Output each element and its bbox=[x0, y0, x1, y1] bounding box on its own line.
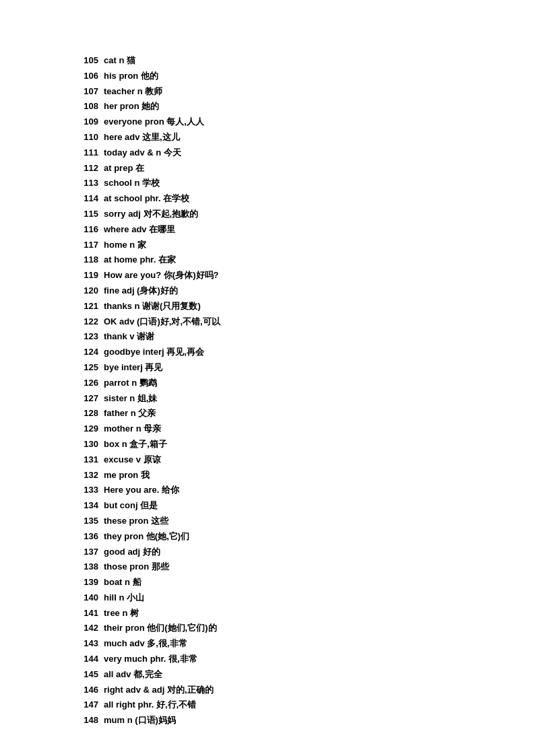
entry-number: 139 bbox=[74, 576, 98, 590]
entry-text: teacher n 教师 bbox=[104, 85, 162, 99]
list-item: 117home n 家 bbox=[74, 238, 535, 252]
entry-text: Here you are. 给你 bbox=[104, 483, 179, 497]
entry-text: sister n 姐,妹 bbox=[104, 392, 157, 406]
list-item: 129mother n 母亲 bbox=[74, 422, 535, 436]
list-item: 126parrot n 鹦鹉 bbox=[74, 376, 535, 390]
entry-number: 141 bbox=[74, 607, 98, 621]
list-item: 139boat n 船 bbox=[74, 576, 535, 590]
list-item: 111today adv & n 今天 bbox=[74, 146, 535, 160]
entry-number: 130 bbox=[74, 438, 98, 452]
list-item: 142their pron 他们(她们,它们)的 bbox=[74, 621, 535, 635]
entry-text: at school phr. 在学校 bbox=[104, 192, 189, 206]
entry-text: her pron 她的 bbox=[104, 100, 159, 114]
entry-number: 146 bbox=[74, 683, 98, 697]
entry-text: at prep 在 bbox=[104, 162, 144, 176]
list-item: 136they pron 他(她,它)们 bbox=[74, 530, 535, 544]
list-item: 131excuse v 原谅 bbox=[74, 453, 535, 467]
entry-text: goodbye interj 再见,再会 bbox=[104, 345, 204, 359]
entry-text: here adv 这里,这儿 bbox=[104, 131, 180, 145]
list-item: 127sister n 姐,妹 bbox=[74, 392, 535, 406]
list-item: 143much adv 多,很,非常 bbox=[74, 637, 535, 651]
entry-number: 128 bbox=[74, 407, 98, 421]
entry-text: OK adv (口语)好,对,不错,可以 bbox=[104, 315, 220, 329]
entry-number: 113 bbox=[74, 176, 98, 191]
entry-number: 124 bbox=[74, 345, 98, 359]
list-item: 108her pron 她的 bbox=[74, 100, 535, 114]
entry-number: 136 bbox=[74, 530, 98, 544]
list-item: 125bye interj 再见 bbox=[74, 361, 535, 375]
entry-text: very much phr. 很,非常 bbox=[104, 652, 197, 666]
entry-number: 114 bbox=[74, 192, 98, 206]
entry-text: thank v 谢谢 bbox=[104, 330, 154, 344]
entry-number: 131 bbox=[74, 453, 98, 467]
list-item: 106his pron 他的 bbox=[74, 69, 535, 83]
list-item: 122OK adv (口语)好,对,不错,可以 bbox=[74, 315, 535, 329]
entry-number: 107 bbox=[74, 85, 98, 99]
entry-number: 148 bbox=[74, 714, 98, 728]
entry-number: 112 bbox=[74, 162, 98, 176]
entry-text: his pron 他的 bbox=[104, 69, 158, 83]
entry-number: 147 bbox=[74, 698, 98, 712]
entry-text: father n 父亲 bbox=[104, 407, 156, 421]
entry-number: 120 bbox=[74, 284, 98, 298]
entry-text: all adv 都,完全 bbox=[104, 668, 162, 682]
list-item: 109everyone pron 每人,人人 bbox=[74, 115, 535, 129]
entry-number: 123 bbox=[74, 330, 98, 344]
list-item: 110here adv 这里,这儿 bbox=[74, 131, 535, 145]
entry-text: all right phr. 好,行,不错 bbox=[104, 698, 196, 712]
list-item: 140hill n 小山 bbox=[74, 591, 535, 605]
entry-number: 115 bbox=[74, 207, 98, 221]
entry-number: 129 bbox=[74, 422, 98, 436]
entry-text: fine adj (身体)好的 bbox=[104, 284, 178, 298]
list-item: 107teacher n 教师 bbox=[74, 85, 535, 99]
entry-text: at home phr. 在家 bbox=[104, 253, 176, 267]
entry-text: thanks n 谢谢(只用复数) bbox=[104, 300, 201, 314]
list-item: 144very much phr. 很,非常 bbox=[74, 652, 535, 666]
list-item: 121thanks n 谢谢(只用复数) bbox=[74, 300, 535, 314]
entry-text: boat n 船 bbox=[104, 576, 141, 590]
entry-number: 108 bbox=[74, 100, 98, 114]
list-item: 133Here you are. 给你 bbox=[74, 483, 535, 497]
list-item: 124goodbye interj 再见,再会 bbox=[74, 345, 535, 359]
list-item: 112at prep 在 bbox=[74, 162, 535, 176]
list-item: 147all right phr. 好,行,不错 bbox=[74, 698, 535, 712]
entry-text: sorry adj 对不起,抱歉的 bbox=[104, 207, 198, 221]
list-item: 148mum n (口语)妈妈 bbox=[74, 714, 535, 728]
entry-number: 111 bbox=[74, 146, 98, 160]
list-item: 119How are you? 你(身体)好吗? bbox=[74, 269, 535, 283]
entry-number: 135 bbox=[74, 514, 98, 528]
entry-text: but conj 但是 bbox=[104, 499, 158, 513]
entry-number: 140 bbox=[74, 591, 98, 605]
entry-number: 126 bbox=[74, 376, 98, 390]
entry-number: 145 bbox=[74, 668, 98, 682]
entry-text: tree n 树 bbox=[104, 607, 139, 621]
list-item: 116where adv 在哪里 bbox=[74, 223, 535, 237]
entry-number: 137 bbox=[74, 545, 98, 559]
entry-number: 132 bbox=[74, 469, 98, 483]
entry-text: everyone pron 每人,人人 bbox=[104, 115, 204, 129]
word-list: 105cat n 猫106his pron 他的107teacher n 教师1… bbox=[74, 54, 535, 728]
entry-text: parrot n 鹦鹉 bbox=[104, 376, 157, 390]
entry-text: mum n (口语)妈妈 bbox=[104, 714, 176, 728]
list-item: 145all adv 都,完全 bbox=[74, 668, 535, 682]
entry-number: 110 bbox=[74, 131, 98, 145]
entry-text: these pron 这些 bbox=[104, 514, 168, 528]
list-item: 146right adv & adj 对的,正确的 bbox=[74, 683, 535, 697]
entry-text: cat n 猫 bbox=[104, 54, 135, 68]
entry-number: 109 bbox=[74, 115, 98, 129]
list-item: 118at home phr. 在家 bbox=[74, 253, 535, 267]
entry-text: home n 家 bbox=[104, 238, 146, 252]
entry-number: 133 bbox=[74, 483, 98, 497]
entry-text: much adv 多,很,非常 bbox=[104, 637, 187, 651]
entry-text: bye interj 再见 bbox=[104, 361, 162, 375]
entry-number: 125 bbox=[74, 361, 98, 375]
entry-text: school n 学校 bbox=[104, 176, 160, 191]
entry-number: 138 bbox=[74, 560, 98, 574]
entry-text: mother n 母亲 bbox=[104, 422, 161, 436]
entry-text: hill n 小山 bbox=[104, 591, 144, 605]
entry-text: those pron 那些 bbox=[104, 560, 169, 574]
entry-number: 143 bbox=[74, 637, 98, 651]
list-item: 115sorry adj 对不起,抱歉的 bbox=[74, 207, 535, 221]
entry-text: they pron 他(她,它)们 bbox=[104, 530, 189, 544]
entry-number: 134 bbox=[74, 499, 98, 513]
